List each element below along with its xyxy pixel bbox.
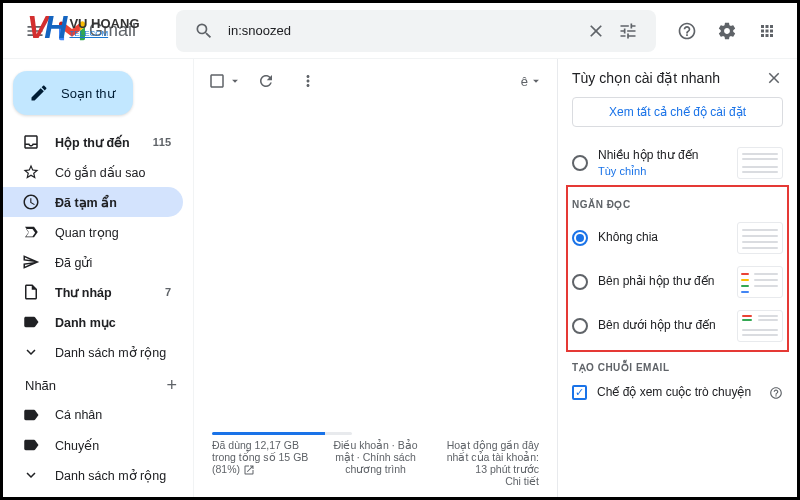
chevron-down-icon — [21, 343, 41, 361]
nav-label: Đã tạm ẩn — [55, 195, 171, 210]
labels-list: Cá nhân Chuyến Danh sách mở rộng — [3, 400, 193, 490]
compose-label: Soạn thư — [61, 86, 115, 101]
panel-title: Tùy chọn cài đặt nhanh — [572, 70, 720, 86]
reading-pane-section-highlight: Ngăn đọc Không chia Bên phải hộp thư đến — [566, 185, 789, 352]
more-button[interactable] — [290, 63, 326, 99]
add-label-button[interactable]: + — [166, 375, 177, 396]
gear-icon — [717, 21, 737, 41]
header-actions — [669, 13, 785, 49]
footer: Đã dùng 12,17 GB trong tổng số 15 GB (81… — [194, 428, 557, 497]
nav-label: Danh sách mở rộng — [55, 345, 171, 360]
inbox-icon — [21, 133, 41, 151]
sidebar-item-starred[interactable]: Có gắn dấu sao — [3, 157, 183, 187]
apps-button[interactable] — [749, 13, 785, 49]
nav-count: 7 — [165, 286, 171, 298]
nav-label: Quan trọng — [55, 225, 171, 240]
search-button[interactable] — [188, 15, 220, 47]
footer-terms[interactable]: Điều khoản · Bảo mật · Chính sách chương… — [326, 439, 424, 487]
content-area: ê Đã dùng 12,17 GB trong tổng số 15 GB (… — [193, 59, 557, 497]
dropdown-icon — [529, 74, 543, 88]
main-area: Soạn thư Hộp thư đến 115 Có gắn dấu sao … — [3, 59, 797, 497]
sidebar-item-snoozed[interactable]: Đã tạm ẩn — [3, 187, 183, 217]
label-item-more[interactable]: Danh sách mở rộng — [3, 460, 183, 490]
radio-icon — [572, 230, 588, 246]
thumb-multi-inbox — [737, 147, 783, 179]
nav-label: Có gắn dấu sao — [55, 165, 171, 180]
select-all-checkbox[interactable] — [208, 63, 242, 99]
tune-icon — [618, 21, 638, 41]
watermark-logo: VH VU HOANG TELECOM — [27, 9, 140, 46]
thread-section-title: Tạo chuỗi email — [572, 362, 783, 373]
footer-activity[interactable]: Hoạt động gần đây nhất của tài khoản: 13… — [441, 439, 539, 487]
compose-button[interactable]: Soạn thư — [13, 71, 133, 115]
search-icon — [194, 21, 214, 41]
input-tools-button[interactable]: ê — [521, 63, 543, 99]
open-icon — [243, 464, 255, 476]
pencil-icon — [29, 83, 49, 103]
customize-link[interactable]: Tùy chỉnh — [598, 164, 727, 178]
labels-section-header: Nhãn + — [3, 367, 193, 400]
thumb-right-split — [737, 266, 783, 298]
clock-icon — [21, 193, 41, 211]
storage-bar — [212, 432, 352, 435]
star-icon — [21, 163, 41, 181]
reading-pane-title: Ngăn đọc — [572, 199, 783, 210]
chevron-down-icon — [21, 466, 41, 484]
nav-label: Danh mục — [55, 315, 171, 330]
important-icon — [21, 223, 41, 241]
option-multi-inbox[interactable]: Nhiều hộp thư đến Tùy chỉnh — [572, 141, 783, 185]
option-right-split[interactable]: Bên phải hộp thư đến — [572, 260, 783, 304]
nav-label: Thư nháp — [55, 285, 165, 300]
label-icon — [21, 436, 41, 454]
help-icon — [677, 21, 697, 41]
sidebar-item-sent[interactable]: Đã gửi — [3, 247, 183, 277]
more-vert-icon — [299, 72, 317, 90]
draft-icon — [21, 283, 41, 301]
support-button[interactable] — [669, 13, 705, 49]
sidebar-item-inbox[interactable]: Hộp thư đến 115 — [3, 127, 183, 157]
nav-label: Đã gửi — [55, 255, 171, 270]
clear-search-button[interactable] — [580, 15, 612, 47]
storage-text[interactable]: Đã dùng 12,17 GB trong tổng số 15 GB (81… — [212, 439, 310, 487]
empty-mail-list — [194, 103, 557, 428]
help-icon[interactable] — [769, 386, 783, 400]
sidebar: Soạn thư Hộp thư đến 115 Có gắn dấu sao … — [3, 59, 193, 497]
sidebar-item-more[interactable]: Danh sách mở rộng — [3, 337, 183, 367]
settings-button[interactable] — [709, 13, 745, 49]
search-input[interactable] — [220, 23, 580, 38]
sidebar-item-categories[interactable]: Danh mục — [3, 307, 183, 337]
thumb-no-split — [737, 222, 783, 254]
apps-icon — [758, 22, 776, 40]
toolbar: ê — [194, 59, 557, 103]
nav-label: Hộp thư đến — [55, 135, 153, 150]
label-icon — [21, 406, 41, 424]
nav-count: 115 — [153, 136, 171, 148]
label-text: Chuyến — [55, 438, 171, 453]
option-no-split[interactable]: Không chia — [572, 216, 783, 260]
close-panel-button[interactable] — [765, 69, 783, 87]
checkbox-icon — [208, 72, 226, 90]
radio-icon — [572, 274, 588, 290]
label-icon — [21, 313, 41, 331]
label-item-personal[interactable]: Cá nhân — [3, 400, 183, 430]
dropdown-icon — [228, 74, 242, 88]
label-item-trips[interactable]: Chuyến — [3, 430, 183, 460]
refresh-icon — [257, 72, 275, 90]
quick-settings-panel: Tùy chọn cài đặt nhanh Xem tất cả chế độ… — [557, 59, 797, 497]
keyboard-lang-icon: ê — [521, 74, 528, 89]
see-all-settings-button[interactable]: Xem tất cả chế độ cài đặt — [572, 97, 783, 127]
search-options-button[interactable] — [612, 15, 644, 47]
label-text: Cá nhân — [55, 408, 171, 422]
close-icon — [765, 69, 783, 87]
search-bar[interactable] — [176, 10, 656, 52]
radio-icon — [572, 155, 588, 171]
option-below-split[interactable]: Bên dưới hộp thư đến — [572, 304, 783, 348]
label-text: Danh sách mở rộng — [55, 468, 171, 483]
sidebar-item-drafts[interactable]: Thư nháp 7 — [3, 277, 183, 307]
sidebar-item-important[interactable]: Quan trọng — [3, 217, 183, 247]
refresh-button[interactable] — [248, 63, 284, 99]
checkbox-checked-icon: ✓ — [572, 385, 587, 400]
nav-list: Hộp thư đến 115 Có gắn dấu sao Đã tạm ẩn… — [3, 127, 193, 367]
conversation-view-option[interactable]: ✓ Chế độ xem cuộc trò chuyện — [572, 379, 783, 407]
thumb-below-split — [737, 310, 783, 342]
